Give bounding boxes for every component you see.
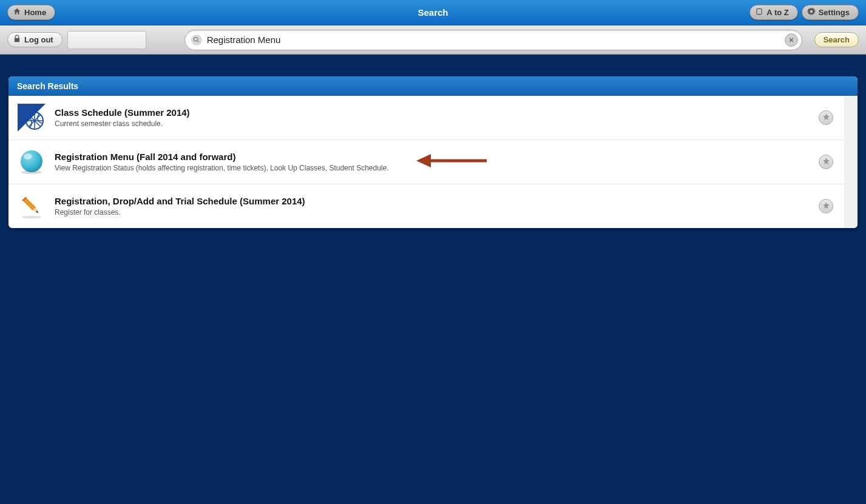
result-body: Registration Menu (Fall 2014 and forward… — [55, 152, 819, 172]
atoz-label: A to Z — [766, 8, 788, 17]
results-list: Class Schedule (Summer 2014) Current sem… — [8, 96, 858, 228]
favorite-button[interactable] — [819, 110, 833, 125]
result-description: Register for classes. — [55, 208, 819, 217]
settings-label: Settings — [819, 8, 850, 17]
search-results-panel: Search Results — [8, 76, 858, 228]
star-icon — [822, 201, 830, 212]
result-body: Registration, Drop/Add and Trial Schedul… — [55, 196, 819, 217]
search-button-label: Search — [824, 35, 850, 44]
panel-header: Search Results — [8, 76, 858, 96]
logout-label: Log out — [24, 35, 53, 44]
content-area: Search Results — [0, 55, 866, 237]
search-button[interactable]: Search — [814, 32, 859, 47]
atoz-button[interactable]: A to Z — [749, 5, 797, 20]
result-description: Current semester class schedule. — [55, 119, 819, 128]
blank-placeholder — [67, 31, 146, 49]
settings-button[interactable]: Settings — [802, 5, 859, 20]
result-body: Class Schedule (Summer 2014) Current sem… — [55, 107, 819, 128]
clear-search-button[interactable] — [785, 33, 798, 47]
favorite-button[interactable] — [819, 199, 833, 213]
svg-point-9 — [21, 150, 42, 172]
close-icon — [788, 35, 794, 45]
svg-rect-0 — [757, 8, 762, 14]
search-result-item[interactable]: Registration, Drop/Add and Trial Schedul… — [8, 184, 844, 228]
svg-line-2 — [197, 41, 199, 42]
search-input[interactable] — [207, 35, 785, 45]
search-result-item[interactable]: Registration Menu (Fall 2014 and forward… — [8, 140, 844, 184]
list-icon — [755, 7, 763, 18]
result-title: Class Schedule (Summer 2014) — [55, 107, 819, 118]
page-title: Search — [418, 7, 448, 18]
search-result-item[interactable]: Class Schedule (Summer 2014) Current sem… — [8, 96, 844, 140]
svg-point-13 — [22, 216, 41, 219]
svg-point-10 — [24, 153, 32, 160]
search-icon — [191, 35, 202, 45]
result-description: View Registration Status (holds affectin… — [55, 164, 819, 172]
search-wrapper — [184, 30, 802, 50]
top-bar: Home Search A to Z Settings — [0, 0, 866, 25]
gear-icon — [807, 7, 816, 18]
star-icon — [822, 112, 830, 123]
result-title: Registration Menu (Fall 2014 and forward… — [55, 152, 819, 162]
pencil-icon — [17, 192, 46, 221]
result-title: Registration, Drop/Add and Trial Schedul… — [55, 196, 819, 206]
star-icon — [822, 156, 830, 167]
lock-icon — [13, 35, 21, 45]
favorite-button[interactable] — [819, 155, 833, 169]
logout-button[interactable]: Log out — [7, 32, 63, 47]
home-button[interactable]: Home — [7, 5, 55, 20]
secondary-bar: Log out Search — [0, 25, 866, 55]
schedule-icon — [17, 103, 46, 132]
home-icon — [13, 7, 21, 18]
top-right-buttons: A to Z Settings — [749, 5, 859, 20]
sphere-icon — [17, 147, 46, 176]
home-label: Home — [24, 8, 46, 17]
svg-point-1 — [194, 37, 198, 41]
